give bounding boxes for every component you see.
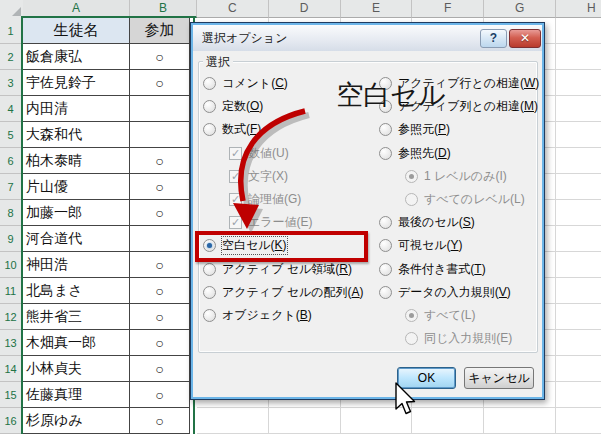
cell-A3-student-name[interactable]: 宇佐見鈴子 — [23, 70, 130, 96]
checkbox-icon-logicals: ✓ — [229, 193, 242, 206]
option-constants[interactable]: 定数(O) — [203, 95, 263, 118]
help-icon[interactable]: ? — [480, 29, 507, 48]
radio-icon-formulas[interactable] — [203, 123, 216, 136]
column-header-G[interactable]: G — [484, 0, 556, 18]
row-header-7[interactable]: 7 — [0, 174, 23, 200]
cell-B7-attendance[interactable]: ○ — [130, 174, 190, 200]
cell-A7-student-name[interactable]: 片山優 — [23, 174, 130, 200]
option-label-conditional-formats: 条件付き書式(T) — [398, 261, 486, 278]
column-header-C[interactable]: C — [197, 0, 269, 18]
cell-B5-attendance[interactable] — [130, 122, 190, 148]
option-last-cell[interactable]: 最後のセル(S) — [379, 211, 475, 234]
row-header-9[interactable]: 9 — [0, 226, 23, 252]
radio-icon-comments[interactable] — [203, 77, 216, 90]
row-header-5[interactable]: 5 — [0, 122, 23, 148]
cell-A16-student-name[interactable]: 杉原ゆみ — [23, 408, 130, 434]
radio-icon-objects[interactable] — [203, 309, 216, 322]
cell-B2-attendance[interactable]: ○ — [130, 44, 190, 70]
option-current-array[interactable]: アクティブ セルの配列(A) — [203, 281, 364, 304]
radio-icon-constants[interactable] — [203, 100, 216, 113]
sheet-row-1: 1生徒名参加 — [0, 18, 190, 44]
cell-B3-attendance[interactable]: ○ — [130, 70, 190, 96]
option-label-direct-only: 1 レベルのみ(I) — [424, 168, 507, 185]
row-header-14[interactable]: 14 — [0, 356, 23, 382]
row-header-10[interactable]: 10 — [0, 252, 23, 278]
cell-A11-student-name[interactable]: 北島まさ — [23, 278, 130, 304]
column-header-H[interactable]: H — [556, 0, 601, 18]
cell-B12-attendance[interactable]: ○ — [130, 304, 190, 330]
option-label-errors: エラー値(E) — [248, 214, 313, 231]
dialog-title-bar[interactable]: 選択オプション ? ✕ — [193, 25, 542, 51]
option-formulas[interactable]: 数式(F) — [203, 118, 261, 141]
option-comments[interactable]: コメント(C) — [203, 72, 288, 95]
radio-icon-precedents[interactable] — [379, 123, 392, 136]
row-header-6[interactable]: 6 — [0, 148, 23, 174]
cell-B16-attendance[interactable]: ○ — [130, 408, 190, 434]
cell-B9-attendance[interactable] — [130, 226, 190, 252]
column-headers: ABCDEFGH — [23, 0, 601, 18]
option-objects[interactable]: オブジェクト(B) — [203, 304, 312, 327]
option-label-data-validation: データの入力規則(V) — [398, 284, 511, 301]
radio-icon-current-array[interactable] — [203, 286, 216, 299]
cell-A8-student-name[interactable]: 加藤一郎 — [23, 200, 130, 226]
cell-B6-attendance[interactable]: ○ — [130, 148, 190, 174]
sheet-row-8: 8加藤一郎○ — [0, 200, 190, 226]
option-data-validation[interactable]: データの入力規則(V) — [379, 281, 511, 304]
cell-A4-student-name[interactable]: 内田清 — [23, 96, 130, 122]
ok-button[interactable]: OK — [397, 367, 456, 389]
cell-B8-attendance[interactable]: ○ — [130, 200, 190, 226]
option-conditional-formats[interactable]: 条件付き書式(T) — [379, 258, 486, 281]
cell-A10-student-name[interactable]: 神田浩 — [23, 252, 130, 278]
cell-A13-student-name[interactable]: 木畑真一郎 — [23, 330, 130, 356]
row-header-11[interactable]: 11 — [0, 278, 23, 304]
cell-A1-student-name[interactable]: 生徒名 — [23, 18, 130, 44]
sheet-row-14: 14小林貞夫○ — [0, 356, 190, 382]
column-header-F[interactable]: F — [412, 0, 484, 18]
option-label-all-levels: すべてのレベル(L) — [424, 191, 525, 208]
row-header-1[interactable]: 1 — [0, 18, 23, 44]
option-visible-cells[interactable]: 可視セル(Y) — [379, 234, 463, 257]
radio-icon-current-region[interactable] — [203, 263, 216, 276]
cell-A9-student-name[interactable]: 河合道代 — [23, 226, 130, 252]
option-text: ✓文字(X) — [229, 165, 288, 188]
cell-B1-attendance[interactable]: 参加 — [130, 18, 190, 44]
cell-A12-student-name[interactable]: 熊井省三 — [23, 304, 130, 330]
radio-icon-dependents[interactable] — [379, 147, 392, 160]
radio-icon-conditional-formats[interactable] — [379, 263, 392, 276]
column-header-A[interactable]: A — [23, 0, 130, 18]
cell-A14-student-name[interactable]: 小林貞夫 — [23, 356, 130, 382]
option-dependents[interactable]: 参照先(D) — [379, 142, 451, 165]
option-logicals: ✓論理値(G) — [229, 188, 301, 211]
radio-icon-last-cell[interactable] — [379, 216, 392, 229]
cell-B14-attendance[interactable]: ○ — [130, 356, 190, 382]
row-header-8[interactable]: 8 — [0, 200, 23, 226]
cell-B11-attendance[interactable]: ○ — [130, 278, 190, 304]
row-header-12[interactable]: 12 — [0, 304, 23, 330]
row-header-15[interactable]: 15 — [0, 382, 23, 408]
select-all-corner[interactable] — [0, 0, 24, 19]
row-header-2[interactable]: 2 — [0, 44, 23, 70]
sheet-row-4: 4内田清 — [0, 96, 190, 122]
cell-B10-attendance[interactable]: ○ — [130, 252, 190, 278]
cell-B15-attendance[interactable]: ○ — [130, 382, 190, 408]
cell-B13-attendance[interactable]: ○ — [130, 330, 190, 356]
column-header-D[interactable]: D — [269, 0, 341, 18]
option-label-dependents: 参照先(D) — [398, 145, 451, 162]
cancel-button[interactable]: キャンセル — [464, 367, 534, 389]
row-header-4[interactable]: 4 — [0, 96, 23, 122]
cell-A5-student-name[interactable]: 大森和代 — [23, 122, 130, 148]
row-header-16[interactable]: 16 — [0, 408, 23, 434]
row-header-13[interactable]: 13 — [0, 330, 23, 356]
cell-A15-student-name[interactable]: 佐藤真理 — [23, 382, 130, 408]
cell-B4-attendance[interactable] — [130, 96, 190, 122]
column-header-E[interactable]: E — [341, 0, 413, 18]
column-header-B[interactable]: B — [130, 0, 197, 18]
cell-A6-student-name[interactable]: 柏木泰晴 — [23, 148, 130, 174]
row-header-3[interactable]: 3 — [0, 70, 23, 96]
sheet-row-11: 11北島まさ○ — [0, 278, 190, 304]
sheet-row-6: 6柏木泰晴○ — [0, 148, 190, 174]
radio-icon-data-validation[interactable] — [379, 286, 392, 299]
cell-A2-student-name[interactable]: 飯倉康弘 — [23, 44, 130, 70]
close-icon[interactable]: ✕ — [509, 29, 541, 48]
radio-icon-visible-cells[interactable] — [379, 239, 392, 252]
